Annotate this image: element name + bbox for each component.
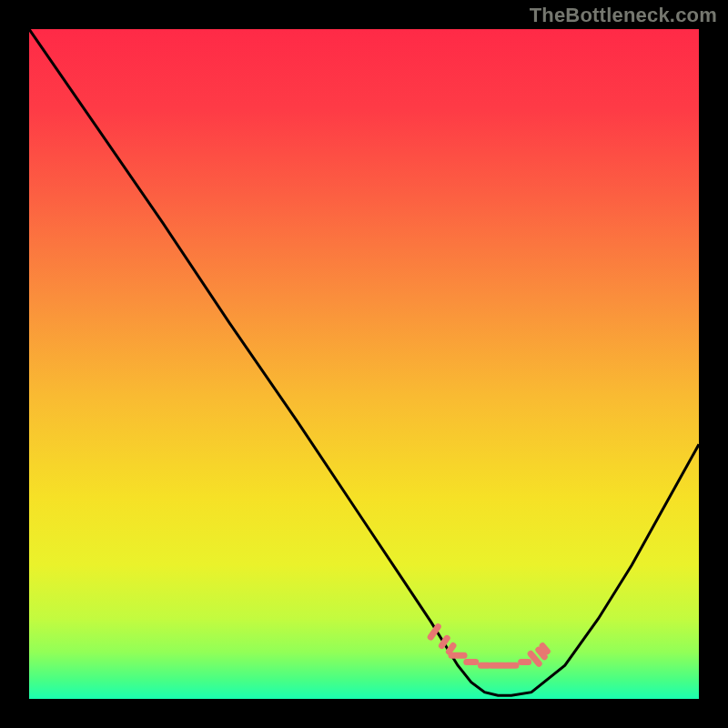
- chart-svg: [29, 29, 699, 699]
- dash-segment: [542, 646, 547, 652]
- watermark-text: TheBottleneck.com: [530, 4, 717, 27]
- chart-frame: TheBottleneck.com: [0, 0, 728, 728]
- gradient-background: [29, 29, 699, 699]
- dash-segment: [449, 646, 453, 652]
- dash-segment: [441, 638, 447, 645]
- plot-area: [29, 29, 699, 699]
